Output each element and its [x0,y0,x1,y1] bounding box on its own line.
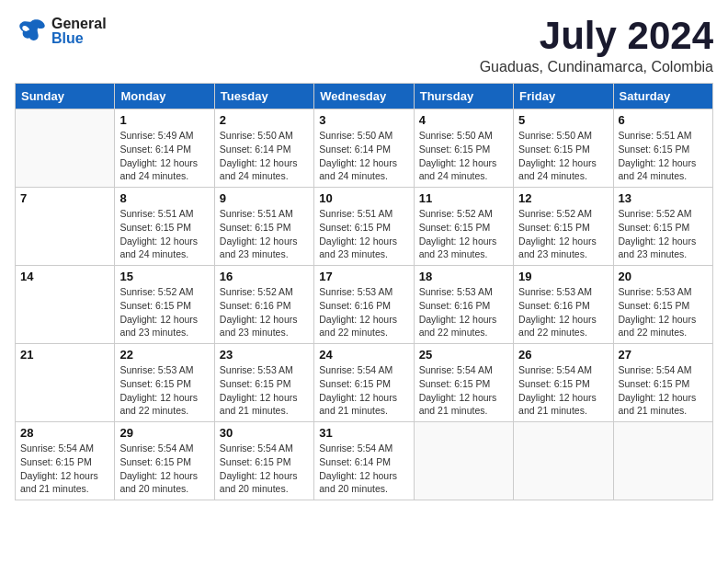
day-number: 31 [319,426,408,440]
day-number: 4 [419,113,508,127]
day-info: Sunrise: 5:54 AM Sunset: 6:14 PM Dayligh… [319,442,408,496]
day-number: 27 [619,348,708,362]
calendar-weekday-sunday: Sunday [16,84,115,109]
calendar-week-row: 2122Sunrise: 5:53 AM Sunset: 6:15 PM Day… [16,344,713,422]
day-number: 9 [220,191,309,205]
day-number: 30 [220,426,309,440]
month-title: July 2024 [480,15,713,57]
calendar-cell: 9Sunrise: 5:51 AM Sunset: 6:15 PM Daylig… [214,188,313,266]
calendar-cell: 31Sunrise: 5:54 AM Sunset: 6:14 PM Dayli… [314,422,414,500]
day-info: Sunrise: 5:54 AM Sunset: 6:15 PM Dayligh… [319,363,408,418]
day-number: 2 [220,113,309,127]
day-number: 10 [319,191,408,205]
logo-general: General [51,17,107,31]
calendar-cell [514,422,613,500]
day-number: 19 [518,270,608,283]
day-info: Sunrise: 5:49 AM Sunset: 6:14 PM Dayligh… [119,129,209,183]
day-number: 13 [619,191,708,205]
day-info: Sunrise: 5:54 AM Sunset: 6:15 PM Dayligh… [20,442,109,496]
calendar-cell: 28Sunrise: 5:54 AM Sunset: 6:15 PM Dayli… [16,422,115,500]
logo: General Blue [15,15,107,48]
day-number: 16 [220,270,309,283]
calendar-cell: 24Sunrise: 5:54 AM Sunset: 6:15 PM Dayli… [314,344,414,422]
calendar-week-row: 1Sunrise: 5:49 AM Sunset: 6:14 PM Daylig… [16,109,713,188]
day-info: Sunrise: 5:54 AM Sunset: 6:15 PM Dayligh… [220,442,309,496]
calendar-cell: 14 [16,266,115,344]
calendar-cell: 1Sunrise: 5:49 AM Sunset: 6:14 PM Daylig… [115,109,214,188]
calendar-cell: 4Sunrise: 5:50 AM Sunset: 6:15 PM Daylig… [414,109,513,188]
day-number: 8 [119,191,209,205]
calendar-cell: 2Sunrise: 5:50 AM Sunset: 6:14 PM Daylig… [214,109,313,188]
day-info: Sunrise: 5:54 AM Sunset: 6:15 PM Dayligh… [119,442,209,496]
day-number: 6 [619,113,708,127]
day-info: Sunrise: 5:54 AM Sunset: 6:15 PM Dayligh… [619,363,708,418]
calendar-cell: 3Sunrise: 5:50 AM Sunset: 6:14 PM Daylig… [314,109,414,188]
day-number: 22 [119,348,209,362]
logo-icon [15,15,48,48]
calendar-cell: 19Sunrise: 5:53 AM Sunset: 6:16 PM Dayli… [514,266,613,344]
calendar-weekday-saturday: Saturday [613,84,712,109]
day-info: Sunrise: 5:52 AM Sunset: 6:15 PM Dayligh… [419,207,508,261]
calendar-table: SundayMondayTuesdayWednesdayThursdayFrid… [15,83,713,500]
calendar-week-row: 1415Sunrise: 5:52 AM Sunset: 6:15 PM Day… [16,266,713,344]
day-info: Sunrise: 5:53 AM Sunset: 6:15 PM Dayligh… [119,363,209,418]
day-info: Sunrise: 5:53 AM Sunset: 6:16 PM Dayligh… [419,285,508,339]
calendar-cell: 21 [16,344,115,422]
day-info: Sunrise: 5:53 AM Sunset: 6:15 PM Dayligh… [619,285,708,339]
calendar-weekday-wednesday: Wednesday [314,84,414,109]
day-info: Sunrise: 5:53 AM Sunset: 6:16 PM Dayligh… [319,285,408,339]
title-area: July 2024 Guaduas, Cundinamarca, Colombi… [480,15,713,75]
day-number: 7 [20,191,109,205]
day-info: Sunrise: 5:54 AM Sunset: 6:15 PM Dayligh… [419,363,508,418]
day-number: 14 [20,270,109,283]
day-info: Sunrise: 5:52 AM Sunset: 6:15 PM Dayligh… [518,207,608,261]
header: General Blue July 2024 Guaduas, Cundinam… [15,15,713,75]
day-info: Sunrise: 5:52 AM Sunset: 6:15 PM Dayligh… [619,207,708,261]
day-info: Sunrise: 5:51 AM Sunset: 6:15 PM Dayligh… [619,129,708,183]
calendar-week-row: 78Sunrise: 5:51 AM Sunset: 6:15 PM Dayli… [16,188,713,266]
calendar-cell: 20Sunrise: 5:53 AM Sunset: 6:15 PM Dayli… [613,266,712,344]
day-number: 28 [20,426,109,440]
day-number: 20 [619,270,708,283]
day-info: Sunrise: 5:50 AM Sunset: 6:14 PM Dayligh… [220,129,309,183]
calendar-cell: 5Sunrise: 5:50 AM Sunset: 6:15 PM Daylig… [514,109,613,188]
day-info: Sunrise: 5:52 AM Sunset: 6:15 PM Dayligh… [119,285,209,339]
calendar-cell [414,422,513,500]
calendar-cell [613,422,712,500]
calendar-cell: 7 [16,188,115,266]
day-info: Sunrise: 5:50 AM Sunset: 6:15 PM Dayligh… [419,129,508,183]
day-info: Sunrise: 5:53 AM Sunset: 6:16 PM Dayligh… [518,285,608,339]
calendar-cell: 30Sunrise: 5:54 AM Sunset: 6:15 PM Dayli… [214,422,313,500]
logo-blue: Blue [51,31,107,46]
calendar-cell: 23Sunrise: 5:53 AM Sunset: 6:15 PM Dayli… [214,344,313,422]
day-number: 11 [419,191,508,205]
calendar-weekday-tuesday: Tuesday [214,84,313,109]
calendar-cell: 25Sunrise: 5:54 AM Sunset: 6:15 PM Dayli… [414,344,513,422]
day-number: 1 [119,113,209,127]
calendar-cell: 12Sunrise: 5:52 AM Sunset: 6:15 PM Dayli… [514,188,613,266]
calendar-weekday-monday: Monday [115,84,214,109]
calendar-cell: 8Sunrise: 5:51 AM Sunset: 6:15 PM Daylig… [115,188,214,266]
day-number: 29 [119,426,209,440]
day-info: Sunrise: 5:51 AM Sunset: 6:15 PM Dayligh… [319,207,408,261]
day-info: Sunrise: 5:51 AM Sunset: 6:15 PM Dayligh… [119,207,209,261]
day-number: 26 [518,348,608,362]
calendar-cell: 13Sunrise: 5:52 AM Sunset: 6:15 PM Dayli… [613,188,712,266]
day-number: 17 [319,270,408,283]
day-number: 21 [20,348,109,362]
day-number: 18 [419,270,508,283]
logo-text-block: General Blue [51,17,107,46]
day-number: 24 [319,348,408,362]
calendar-cell: 11Sunrise: 5:52 AM Sunset: 6:15 PM Dayli… [414,188,513,266]
calendar-cell: 17Sunrise: 5:53 AM Sunset: 6:16 PM Dayli… [314,266,414,344]
calendar-cell: 18Sunrise: 5:53 AM Sunset: 6:16 PM Dayli… [414,266,513,344]
location-title: Guaduas, Cundinamarca, Colombia [480,59,713,75]
day-info: Sunrise: 5:54 AM Sunset: 6:15 PM Dayligh… [518,363,608,418]
calendar-cell: 15Sunrise: 5:52 AM Sunset: 6:15 PM Dayli… [115,266,214,344]
day-info: Sunrise: 5:50 AM Sunset: 6:14 PM Dayligh… [319,129,408,183]
day-number: 15 [119,270,209,283]
calendar-weekday-thursday: Thursday [414,84,513,109]
calendar-cell: 27Sunrise: 5:54 AM Sunset: 6:15 PM Dayli… [613,344,712,422]
day-number: 3 [319,113,408,127]
day-number: 25 [419,348,508,362]
